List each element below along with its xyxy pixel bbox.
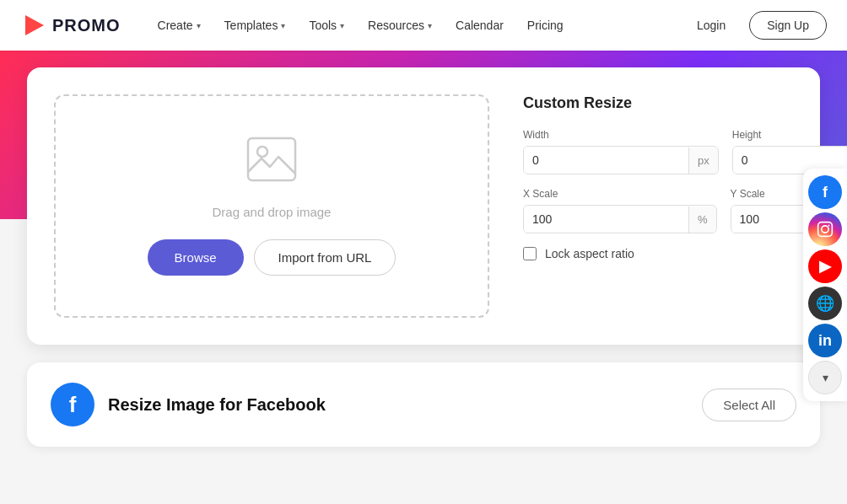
logo-text: PROMO (52, 16, 121, 35)
drag-drop-text: Drag and drop image (213, 205, 332, 219)
social-sidebar: f ▶ 🌐 in ▾ (803, 169, 847, 401)
facebook-section-card: f Resize Image for Facebook Select All (27, 362, 820, 447)
main-card: Drag and drop image Browse Import from U… (27, 67, 820, 345)
chevron-down-icon: ▾ (281, 21, 285, 30)
svg-point-3 (828, 224, 830, 226)
xscale-label: X Scale (523, 188, 717, 200)
lock-aspect-label: Lock aspect ratio (545, 247, 634, 260)
svg-rect-4 (248, 138, 295, 180)
xscale-unit: % (688, 206, 716, 233)
height-field: Height px (732, 129, 847, 174)
svg-point-5 (257, 147, 267, 157)
resize-scale-row: X Scale % Y Scale % (523, 188, 793, 233)
width-label: Width (523, 129, 719, 141)
svg-marker-0 (25, 15, 44, 35)
svg-point-2 (822, 226, 828, 233)
nav-templates[interactable]: Templates ▾ (214, 12, 296, 39)
navbar: PROMO Create ▾ Templates ▾ Tools ▾ Resou… (0, 0, 847, 51)
xscale-field: X Scale % (523, 188, 717, 233)
xscale-input[interactable] (524, 206, 688, 233)
login-button[interactable]: Login (687, 12, 736, 39)
import-url-button[interactable]: Import from URL (254, 239, 397, 276)
social-youtube-button[interactable]: ▶ (808, 249, 842, 283)
image-placeholder-icon (246, 137, 297, 191)
height-label: Height (732, 129, 847, 141)
upload-buttons: Browse Import from URL (148, 239, 397, 276)
chevron-down-icon: ▾ (197, 21, 201, 30)
nav-auth: Login Sign Up (687, 11, 827, 40)
nav-pricing[interactable]: Pricing (517, 12, 574, 39)
chevron-down-icon: ▾ (428, 21, 432, 30)
nav-resources[interactable]: Resources ▾ (358, 12, 442, 39)
width-field: Width px (523, 129, 719, 174)
width-input[interactable] (524, 147, 688, 174)
svg-rect-1 (818, 223, 833, 237)
resize-width-height-row: Width px Height px (523, 129, 793, 174)
resize-title: Custom Resize (523, 94, 793, 112)
logo[interactable]: PROMO (20, 12, 121, 39)
facebook-section-title: Resize Image for Facebook (108, 395, 688, 415)
social-globe-button[interactable]: 🌐 (808, 287, 842, 320)
facebook-icon-circle: f (51, 383, 94, 426)
width-unit: px (688, 147, 718, 174)
width-input-wrap: px (523, 146, 719, 174)
nav-calendar[interactable]: Calendar (445, 12, 514, 39)
lock-aspect-row: Lock aspect ratio (523, 247, 793, 260)
resize-panel: Custom Resize Width px Height px (523, 94, 793, 318)
instagram-icon (817, 221, 834, 238)
social-facebook-button[interactable]: f (808, 175, 842, 209)
chevron-down-icon: ▾ (340, 21, 344, 30)
upload-area[interactable]: Drag and drop image Browse Import from U… (54, 94, 489, 318)
select-all-button[interactable]: Select All (702, 389, 796, 421)
signup-button[interactable]: Sign Up (749, 11, 827, 40)
promo-logo-icon (20, 12, 47, 39)
nav-items: Create ▾ Templates ▾ Tools ▾ Resources ▾… (148, 12, 687, 39)
social-linkedin-button[interactable]: in (808, 324, 842, 357)
nav-tools[interactable]: Tools ▾ (299, 12, 354, 39)
lock-aspect-checkbox[interactable] (523, 247, 537, 260)
social-expand-button[interactable]: ▾ (808, 361, 842, 394)
browse-button[interactable]: Browse (148, 239, 244, 276)
social-instagram-button[interactable] (808, 212, 842, 246)
xscale-input-wrap: % (523, 205, 717, 233)
nav-create[interactable]: Create ▾ (148, 12, 211, 39)
